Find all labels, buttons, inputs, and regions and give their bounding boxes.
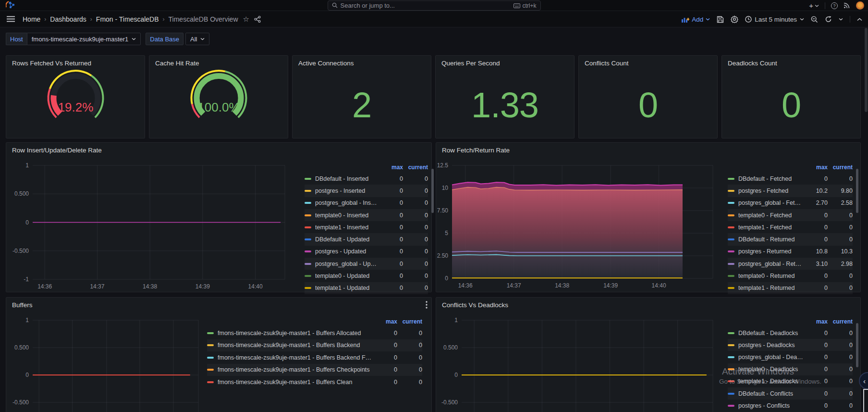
legend-item[interactable]: postgres - Returned10.810.3 (728, 246, 853, 258)
legend-series-label[interactable]: fmons-timescale-zsuk9uje-master1 - Buffe… (218, 366, 376, 373)
legend-series-label[interactable]: postgres - Conflicts (738, 402, 806, 409)
legend-item[interactable]: postgres_global - Updated00 (305, 258, 428, 270)
legend-item[interactable]: postgres_global - Fetched2.702.58 (728, 197, 853, 209)
legend-item[interactable]: DBdefault - Fetched00 (728, 173, 853, 185)
legend-item[interactable]: template1 - Deadlocks00 (728, 375, 853, 387)
legend-item[interactable]: DBdefault - Updated00 (305, 233, 428, 245)
panel-title[interactable]: Conflicts Count (585, 60, 629, 67)
panel-title[interactable]: Row Fetch/Return Rate (442, 147, 510, 154)
legend-series-label[interactable]: template0 - Inserted (315, 212, 381, 219)
legend-series-label[interactable]: template0 - Returned (738, 273, 806, 279)
legend-item[interactable]: DBdefault - Inserted00 (305, 173, 428, 185)
legend-item[interactable]: DBdefault - Deadlocks00 (728, 327, 853, 339)
legend-item[interactable]: template1 - Returned00 (728, 282, 853, 294)
legend-series-label[interactable]: postgres_global - Updated (315, 261, 381, 267)
legend-series-label[interactable]: postgres - Deadlocks (738, 342, 806, 349)
legend-series-label[interactable]: template0 - Updated (315, 273, 381, 279)
panel-title[interactable]: Active Connections (298, 60, 354, 67)
legend-series-label[interactable]: DBdefault - Deadlocks (738, 330, 806, 337)
legend-item[interactable]: fmons-timescale-zsuk9uje-master1 - Buffe… (207, 351, 422, 364)
user-avatar[interactable] (856, 1, 864, 10)
refresh-button[interactable] (825, 16, 832, 23)
panel-menu-icon[interactable] (426, 301, 428, 311)
panel-title[interactable]: Cache Hit Rate (155, 60, 199, 67)
page-scrollbar[interactable] (865, 28, 868, 112)
panel-title[interactable]: Buffers (12, 301, 33, 309)
legend-item[interactable]: fmons-timescale-zsuk9uje-master1 - Buffe… (207, 339, 422, 352)
panel-title[interactable]: Row Insert/Update/Delete Rate (12, 147, 102, 154)
breadcrumb-item[interactable]: Fmon - TimescaleDB (96, 15, 159, 23)
legend-item[interactable]: postgres - Fetched10.29.80 (728, 185, 853, 197)
add-panel-button[interactable]: Add (682, 16, 710, 23)
legend-series-label[interactable]: DBdefault - Updated (315, 236, 381, 243)
legend-series-label[interactable]: fmons-timescale-zsuk9uje-master1 - Buffe… (218, 379, 376, 386)
legend-item[interactable]: template0 - Fetched00 (728, 209, 853, 221)
legend-series-label[interactable]: postgres - Fetched (738, 187, 806, 194)
legend-scrollbar[interactable] (856, 169, 858, 213)
legend-series-label[interactable]: fmons-timescale-zsuk9uje-master1 - Buffe… (218, 354, 376, 361)
legend-series-label[interactable]: postgres_global - Inserted (315, 200, 381, 206)
legend-item[interactable]: postgres - Inserted00 (305, 185, 428, 197)
new-menu-button[interactable]: + (809, 2, 819, 9)
legend-item[interactable]: postgres - Deadlocks00 (728, 339, 853, 351)
breadcrumb-item[interactable]: Dashboards (50, 15, 86, 23)
legend-series-label[interactable]: postgres_global - Deadlocks (738, 354, 806, 361)
legend-series-label[interactable]: fmons-timescale-zsuk9uje-master1 - Buffe… (218, 330, 376, 337)
share-icon[interactable] (254, 16, 261, 23)
menu-toggle-button[interactable] (7, 16, 15, 22)
dashboard-settings-button[interactable] (731, 15, 738, 23)
refresh-interval-dropdown[interactable] (839, 18, 843, 21)
legend-series-label[interactable]: template1 - Fetched (738, 224, 806, 231)
legend-item[interactable]: template0 - Deadlocks00 (728, 363, 853, 375)
legend-series-label[interactable]: postgres_global - Fetched (738, 200, 806, 206)
legend-item[interactable]: fmons-timescale-zsuk9uje-master1 - Buffe… (207, 327, 422, 339)
panel-title[interactable]: Queries Per Second (441, 60, 500, 67)
panel-title[interactable]: Conflicts Vs Deadlocks (442, 301, 508, 309)
panel-title[interactable]: Rows Fetched Vs Returned (12, 60, 91, 67)
legend-series-label[interactable]: DBdefault - Fetched (738, 175, 806, 182)
legend-item[interactable]: postgres - Updated00 (305, 246, 428, 258)
panel-title[interactable]: Deadlocks Count (728, 60, 777, 67)
legend-item[interactable]: fmons-timescale-zsuk9uje-master1 - Buffe… (207, 376, 422, 388)
favorite-star-icon[interactable]: ☆ (243, 15, 249, 24)
legend-series-label[interactable]: DBdefault - Returned (738, 236, 806, 243)
legend-series-label[interactable]: DBdefault - Inserted (315, 175, 381, 182)
host-variable-select[interactable]: fmons-timescale-zsuk9uje-master1 (27, 33, 141, 45)
breadcrumb-item[interactable]: Home (23, 15, 40, 23)
collapse-toolbar-button[interactable] (857, 18, 862, 21)
legend-series-label[interactable]: DBdefault - Conflicts (738, 390, 806, 397)
legend-item[interactable]: postgres - Conflicts00 (728, 400, 853, 412)
zoom-out-time-button[interactable] (811, 16, 818, 23)
legend-series-label[interactable]: template1 - Updated (315, 285, 381, 291)
legend-series-label[interactable]: template1 - Deadlocks (738, 378, 806, 385)
legend-item[interactable]: DBdefault - Conflicts00 (728, 387, 853, 400)
legend-item[interactable]: template1 - Updated00 (305, 282, 428, 294)
legend-series-label[interactable]: template0 - Fetched (738, 212, 806, 219)
search-input[interactable]: Search or jump to... ctrl+k (328, 0, 541, 11)
legend-item[interactable]: fmons-timescale-zsuk9uje-master1 - Buffe… (207, 364, 422, 376)
legend-series-label[interactable]: fmons-timescale-zsuk9uje-master1 - Buffe… (218, 342, 376, 349)
legend-item[interactable]: postgres_global - Returned3.102.98 (728, 258, 853, 270)
legend-item[interactable]: template0 - Returned00 (728, 270, 853, 282)
legend-item[interactable]: postgres_global - Inserted00 (305, 197, 428, 209)
legend-series-label[interactable]: template1 - Returned (738, 285, 806, 291)
legend-series-label[interactable]: postgres - Returned (738, 248, 806, 255)
legend-item[interactable]: postgres_global - Deadlocks00 (728, 351, 853, 363)
legend-item[interactable]: DBdefault - Returned00 (728, 233, 853, 245)
legend-series-label[interactable]: postgres - Inserted (315, 187, 381, 194)
time-range-picker[interactable]: Last 5 minutes (745, 16, 804, 23)
legend-series-label[interactable]: postgres_global - Returned (738, 261, 806, 267)
legend-item[interactable]: template0 - Updated00 (305, 270, 428, 282)
help-button[interactable]: ? (831, 2, 838, 9)
legend-item[interactable]: template1 - Inserted00 (305, 221, 428, 233)
news-icon[interactable] (844, 2, 850, 9)
legend-series-label[interactable]: template1 - Inserted (315, 224, 381, 231)
legend-item[interactable]: template1 - Fetched00 (728, 221, 853, 233)
save-dashboard-button[interactable] (717, 16, 724, 23)
legend-scrollbar[interactable] (856, 323, 858, 367)
legend-scrollbar[interactable] (431, 169, 434, 213)
legend-series-label[interactable]: postgres - Updated (315, 248, 381, 255)
legend-series-label[interactable]: template0 - Deadlocks (738, 366, 806, 373)
legend-item[interactable]: template0 - Inserted00 (305, 209, 428, 221)
database-variable-select[interactable]: All (185, 33, 209, 45)
